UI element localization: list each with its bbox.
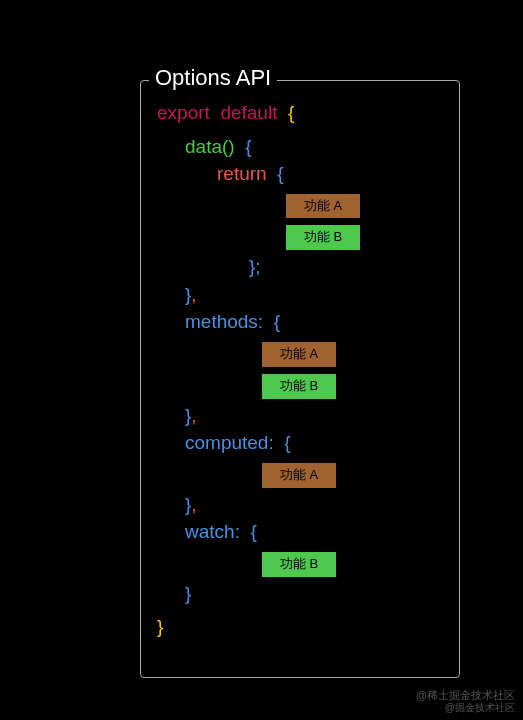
panel-title: Options API [149, 65, 277, 91]
brace-open: { [288, 102, 294, 123]
code-line: computed: { [157, 429, 443, 457]
feature-b-tag: 功能 B [261, 551, 337, 578]
brace-open: { [284, 432, 290, 453]
code-line: }, [157, 402, 443, 430]
code-line: data() { [157, 133, 443, 161]
code-line: return { [157, 160, 443, 188]
kw-default: default [220, 102, 277, 123]
feature-row: 功能 B [157, 370, 443, 400]
brace-close: } [185, 583, 191, 604]
kw-data: data [185, 136, 222, 157]
feature-row: 功能 A [157, 459, 443, 489]
code-line: watch: { [157, 518, 443, 546]
brace-open: { [245, 136, 251, 157]
feature-b-tag: 功能 B [261, 373, 337, 400]
feature-b-tag: 功能 B [285, 224, 361, 251]
parens: () [222, 136, 235, 157]
feature-row: 功能 B [157, 221, 443, 251]
comma: , [191, 405, 196, 426]
semicolon: ; [255, 256, 260, 277]
comma: , [191, 494, 196, 515]
comma: , [191, 284, 196, 305]
feature-a-tag: 功能 A [285, 193, 361, 220]
brace-open: { [250, 521, 256, 542]
brace-open: { [274, 311, 280, 332]
feature-a-tag: 功能 A [261, 462, 337, 489]
brace-close: } [157, 616, 163, 637]
kw-computed: computed: [185, 432, 274, 453]
code-line: }; [157, 253, 443, 281]
code-line: methods: { [157, 308, 443, 336]
watermark: @稀土掘金技术社区 @掘金技术社区 [416, 689, 515, 714]
code-line: }, [157, 281, 443, 309]
kw-return: return [217, 163, 267, 184]
watermark-line2: @掘金技术社区 [416, 702, 515, 714]
code-block: export default { data() { return { 功能 A … [141, 81, 459, 651]
feature-a-tag: 功能 A [261, 341, 337, 368]
code-line: export default { [157, 99, 443, 127]
feature-row: 功能 A [157, 190, 443, 220]
kw-export: export [157, 102, 210, 123]
watermark-line1: @稀土掘金技术社区 [416, 689, 515, 702]
code-line: } [157, 613, 443, 641]
kw-methods: methods: [185, 311, 263, 332]
brace-open: { [277, 163, 283, 184]
kw-watch: watch: [185, 521, 240, 542]
feature-row: 功能 B [157, 548, 443, 578]
feature-row: 功能 A [157, 338, 443, 368]
code-line: } [157, 580, 443, 608]
options-api-panel: Options API export default { data() { re… [140, 80, 460, 678]
code-line: }, [157, 491, 443, 519]
